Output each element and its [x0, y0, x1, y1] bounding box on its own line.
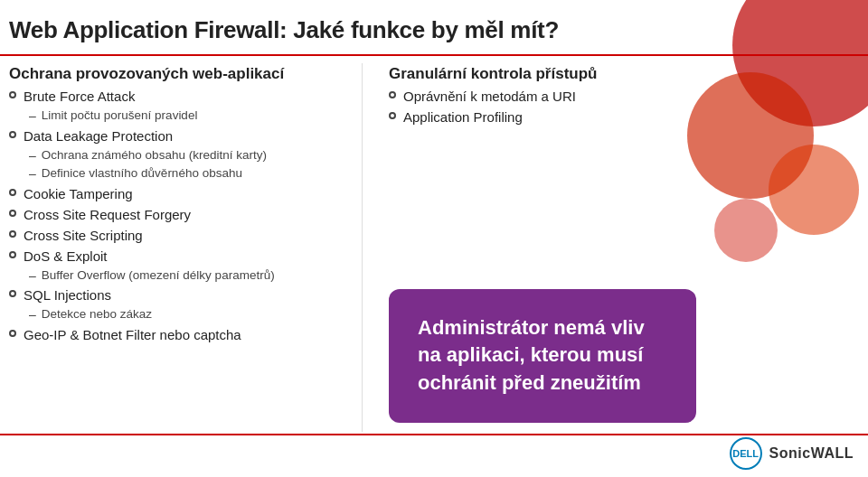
sub-item: – Detekce nebo zákaz [29, 306, 362, 324]
sub-item: – Limit počtu porušení pravidel [29, 108, 362, 126]
list-item: Oprávnění k metodám a URI [389, 87, 859, 106]
section2-title: Granulární kontrola přístupů [389, 65, 859, 83]
sub-item: – Definice vlastního důvěrného obsahu [29, 165, 362, 183]
list-item: SQL Injections [9, 285, 362, 304]
item-data-leakage: Data Leakage Protection [24, 126, 173, 145]
list-item: DoS & Exploit [9, 247, 362, 266]
sub-dash: – [29, 108, 36, 126]
bullet-dot [9, 230, 16, 238]
item-sql: SQL Injections [24, 285, 111, 304]
list-item: Cross Site Scripting [9, 226, 362, 245]
sub-item: – Buffer Overflow (omezení délky paramet… [29, 267, 362, 285]
bullet-dot [9, 210, 16, 217]
sub-dash: – [29, 147, 36, 165]
list-item: Application Profiling [389, 108, 859, 126]
sub-item: – Ochrana známého obsahu (kreditní karty… [29, 147, 362, 165]
section1-title: Ochrana provozovaných web-aplikací [9, 65, 362, 83]
list-item: Geo-IP & Botnet Filter nebo captcha [9, 325, 362, 344]
admin-box: Administrátor nemá vliv na aplikaci, kte… [389, 289, 696, 423]
list-item: Data Leakage Protection [9, 126, 362, 145]
bullet-dot [9, 290, 16, 297]
item-app-profiling: Application Profiling [403, 108, 523, 126]
top-border [0, 54, 868, 56]
sub-dos-1: Buffer Overflow (omezení délky parametrů… [42, 267, 275, 285]
right-top: Granulární kontrola přístupů Oprávnění k… [389, 63, 859, 128]
list-item: Cookie Tampering [9, 184, 362, 203]
left-column: Ochrana provozovaných web-aplikací Brute… [0, 63, 371, 432]
bullet-dot [9, 131, 16, 138]
item-xss: Cross Site Scripting [24, 226, 143, 245]
item-csrf: Cross Site Request Forgery [24, 205, 191, 224]
bullet-dot [389, 112, 396, 119]
right-column: Granulární kontrola přístupů Oprávnění k… [371, 63, 868, 432]
sub-data-leakage-2: Definice vlastního důvěrného obsahu [42, 165, 242, 182]
bullet-dot [9, 91, 16, 98]
item-geoip: Geo-IP & Botnet Filter nebo captcha [24, 325, 241, 344]
page-title: Web Application Firewall: Jaké funkce by… [9, 16, 559, 44]
list-item: Brute Force Attack [9, 87, 362, 106]
item-brute-force: Brute Force Attack [24, 87, 135, 106]
sub-brute-force-1: Limit počtu porušení pravidel [42, 108, 198, 125]
dell-logo: DELL [730, 437, 762, 470]
item-dos-exploit: DoS & Exploit [24, 247, 108, 266]
dell-logo-text: DELL [732, 448, 759, 459]
bullet-dot [9, 189, 16, 196]
bullet-dot [9, 330, 16, 337]
sub-dash: – [29, 165, 36, 183]
admin-box-text: Administrátor nemá vliv na aplikaci, kte… [418, 316, 645, 395]
list-item: Cross Site Request Forgery [9, 205, 362, 224]
sonicwall-text: SonicWALL [769, 445, 854, 462]
page-container: Web Application Firewall: Jaké funkce by… [0, 0, 868, 477]
sub-dash: – [29, 306, 36, 324]
item-cookie-tampering: Cookie Tampering [24, 184, 133, 203]
bullet-dot [9, 251, 16, 258]
sub-sql-1: Detekce nebo zákaz [42, 306, 152, 323]
item-opravneni: Oprávnění k metodám a URI [403, 87, 576, 106]
sub-data-leakage-1: Ochrana známého obsahu (kreditní karty) [42, 147, 267, 164]
main-content: Ochrana provozovaných web-aplikací Brute… [0, 63, 868, 432]
footer: DELL SonicWALL [730, 437, 854, 470]
sub-dash: – [29, 267, 36, 285]
bullet-dot [389, 91, 396, 98]
bottom-border [0, 434, 868, 435]
right-bottom: Administrátor nemá vliv na aplikaci, kte… [389, 128, 859, 432]
